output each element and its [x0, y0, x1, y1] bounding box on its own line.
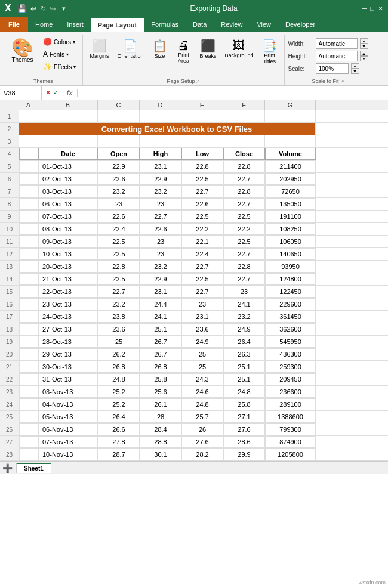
maximize-icon[interactable]: □: [370, 5, 374, 13]
cell-open[interactable]: 22.6: [98, 173, 140, 185]
cell-open[interactable]: 23.2: [98, 185, 140, 197]
cell-volume[interactable]: 140650: [265, 248, 316, 260]
cell-date[interactable]: 21-Oct-13: [38, 273, 98, 285]
cell-volume[interactable]: 289100: [265, 398, 316, 410]
cell[interactable]: [181, 110, 223, 122]
cell-close[interactable]: 22.7: [223, 248, 265, 260]
size-button[interactable]: 📋 Size: [149, 36, 170, 62]
cell-open[interactable]: 22.4: [98, 223, 140, 235]
spreadsheet-title-cell[interactable]: Converting Excel Workbook to CSV Files: [38, 123, 316, 135]
cell-date[interactable]: 24-Oct-13: [38, 311, 98, 323]
cell[interactable]: [19, 286, 38, 298]
tab-formulas[interactable]: Formulas: [144, 17, 186, 32]
cell-high[interactable]: 28.4: [140, 423, 181, 435]
cell[interactable]: [265, 135, 316, 147]
cell-low[interactable]: 22.7: [181, 185, 223, 197]
cell-date[interactable]: 30-Oct-13: [38, 361, 98, 373]
cell[interactable]: [19, 160, 38, 172]
cell-open[interactable]: 22.5: [98, 248, 140, 260]
cell-open[interactable]: 22.5: [98, 236, 140, 247]
cell-low[interactable]: 23.6: [181, 323, 223, 335]
cell-high[interactable]: 30.1: [140, 448, 181, 460]
cell-open[interactable]: 23.8: [98, 311, 140, 323]
cell[interactable]: [19, 135, 38, 147]
cell-high[interactable]: 22.6: [140, 223, 181, 235]
cell-volume[interactable]: 361450: [265, 311, 316, 323]
height-input[interactable]: [316, 51, 358, 61]
cell-low[interactable]: 22.5: [181, 211, 223, 222]
cell-low[interactable]: 22.1: [181, 236, 223, 247]
cell-date[interactable]: 20-Oct-13: [38, 261, 98, 273]
cell-low[interactable]: 24.9: [181, 336, 223, 348]
cell-open[interactable]: 22.9: [98, 160, 140, 172]
cell-date[interactable]: 10-Oct-13: [38, 248, 98, 260]
orientation-button[interactable]: 📄 Orientation: [114, 36, 146, 62]
cell-close[interactable]: 22.7: [223, 273, 265, 285]
accept-formula-icon[interactable]: ✓: [53, 89, 58, 97]
cell-high[interactable]: 25.6: [140, 386, 181, 398]
cell-date[interactable]: 10-Nov-13: [38, 448, 98, 460]
scale-down-btn[interactable]: ▼: [351, 69, 359, 74]
cell[interactable]: [19, 211, 38, 222]
cell[interactable]: [38, 135, 98, 147]
tab-insert[interactable]: Insert: [60, 17, 91, 32]
col-header-date[interactable]: Date: [38, 148, 98, 160]
cell-volume[interactable]: 122450: [265, 286, 316, 298]
cell-volume[interactable]: 874900: [265, 436, 316, 448]
cell-date[interactable]: 02-Oct-13: [38, 173, 98, 185]
cell-high[interactable]: 24.4: [140, 298, 181, 310]
cell-high[interactable]: 23: [140, 248, 181, 260]
cell-high[interactable]: 23: [140, 236, 181, 247]
width-input[interactable]: [316, 38, 358, 49]
cell-open[interactable]: 25: [98, 336, 140, 348]
cell-low[interactable]: 25: [181, 348, 223, 360]
cell-close[interactable]: 29.9: [223, 448, 265, 460]
cell-volume[interactable]: 202950: [265, 173, 316, 185]
cell-close[interactable]: 24.1: [223, 298, 265, 310]
tab-review[interactable]: Review: [214, 17, 250, 32]
cell[interactable]: [265, 110, 316, 122]
tab-data[interactable]: Data: [186, 17, 214, 32]
cell-close[interactable]: 25.1: [223, 361, 265, 373]
cell-close[interactable]: 28.6: [223, 436, 265, 448]
cell-low[interactable]: 24.8: [181, 398, 223, 410]
cell[interactable]: [19, 448, 38, 460]
cell-volume[interactable]: 236600: [265, 386, 316, 398]
cell-high[interactable]: 25.8: [140, 373, 181, 385]
cell[interactable]: [19, 185, 38, 197]
fonts-button[interactable]: A Fonts ▾: [40, 48, 79, 60]
cell[interactable]: [19, 298, 38, 310]
cell-close[interactable]: 27.1: [223, 411, 265, 423]
cell-close[interactable]: 25.1: [223, 373, 265, 385]
cell-high[interactable]: 23.1: [140, 160, 181, 172]
cell-close[interactable]: 23: [223, 286, 265, 298]
col-header-c[interactable]: C: [98, 100, 140, 110]
width-spinner[interactable]: ▲ ▼: [360, 38, 368, 49]
cell-volume[interactable]: 1205800: [265, 448, 316, 460]
save-icon[interactable]: 💾: [17, 4, 27, 13]
cell-volume[interactable]: 211400: [265, 160, 316, 172]
cell-open[interactable]: 22.6: [98, 211, 140, 222]
cell-volume[interactable]: 229600: [265, 298, 316, 310]
cell-open[interactable]: 28.7: [98, 448, 140, 460]
cell-low[interactable]: 23.1: [181, 311, 223, 323]
cell[interactable]: [140, 135, 181, 147]
name-box[interactable]: V38: [0, 86, 42, 100]
cell-low[interactable]: 27.6: [181, 436, 223, 448]
col-header-high[interactable]: High: [140, 148, 181, 160]
cell[interactable]: [19, 123, 38, 135]
cell-high[interactable]: 23.2: [140, 261, 181, 273]
width-up-btn[interactable]: ▲: [360, 38, 368, 44]
cell-open[interactable]: 22.8: [98, 261, 140, 273]
undo-arrow-icon[interactable]: ↻: [41, 5, 46, 13]
cell-date[interactable]: 08-Oct-13: [38, 223, 98, 235]
cell-close[interactable]: 22.5: [223, 236, 265, 247]
print-area-button[interactable]: 🖨 PrintArea: [173, 36, 194, 67]
col-header-e[interactable]: E: [181, 100, 223, 110]
cell-volume[interactable]: 191100: [265, 211, 316, 222]
width-down-btn[interactable]: ▼: [360, 44, 368, 49]
cell-high[interactable]: 24.1: [140, 311, 181, 323]
cell-low[interactable]: 24.3: [181, 373, 223, 385]
background-button[interactable]: 🖼 Background: [221, 36, 256, 61]
undo-icon[interactable]: ↩: [30, 4, 37, 13]
